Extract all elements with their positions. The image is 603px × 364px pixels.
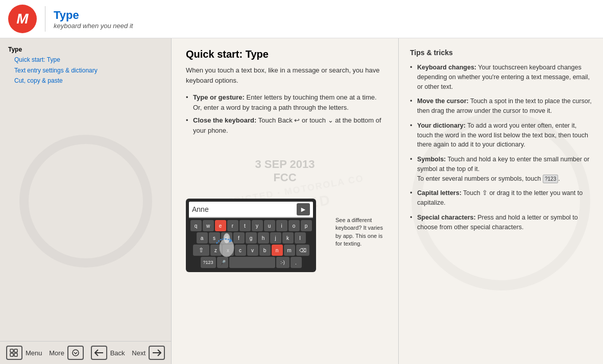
key-y[interactable]: y xyxy=(252,220,263,231)
tip-bold-2: Move the cursor: xyxy=(417,98,469,105)
page-title: Type xyxy=(54,9,133,22)
key-q[interactable]: q xyxy=(190,220,202,231)
key-e[interactable]: e xyxy=(215,220,226,231)
tip-bold-1: Keyboard changes: xyxy=(417,64,476,71)
key-sym[interactable]: ?123 xyxy=(201,257,216,268)
header-text: Type keyboard when you need it xyxy=(54,9,133,30)
key-t[interactable]: t xyxy=(239,220,251,231)
tips-list: Keyboard changes: Your touchscreen keybo… xyxy=(410,63,592,232)
key-x[interactable]: x xyxy=(223,245,234,256)
sidebar-item-text-entry[interactable]: Text entry settings & dictionary xyxy=(8,65,163,76)
menu-icon xyxy=(6,346,22,360)
key-g[interactable]: g xyxy=(246,232,257,244)
logo-letter: M xyxy=(16,11,28,27)
tip-bold-5: Capital letters: xyxy=(417,189,462,197)
header: M Type keyboard when you need it xyxy=(0,0,603,38)
kb-row-3: ⇧ z x c v b n m ⌫ xyxy=(189,245,313,256)
key-mic[interactable]: 🎤 xyxy=(217,257,228,268)
tip-text-4c: . xyxy=(558,175,560,182)
tip-text-4b: To enter several numbers or symbols, tou… xyxy=(417,175,543,182)
tip-item-keyboard-changes: Keyboard changes: Your touchscreen keybo… xyxy=(410,63,592,91)
key-r[interactable]: r xyxy=(227,220,238,231)
date-stamp-area: 3 SEP 2013 FCC xyxy=(186,142,384,195)
tip-item-capitals: Capital letters: Touch ⇧ or drag it to t… xyxy=(410,188,592,208)
key-space[interactable] xyxy=(229,257,275,268)
key-f[interactable]: f xyxy=(233,232,245,244)
bullet-bold-1: Type or gesture: xyxy=(193,93,245,101)
right-panel: Tips & tricks Keyboard changes: Your tou… xyxy=(399,38,603,364)
fcc-text: FCC xyxy=(186,171,384,184)
svg-rect-3 xyxy=(14,353,17,356)
kb-row-4: ?123 🎤 :-) . xyxy=(189,257,313,268)
more-label: More xyxy=(49,349,64,357)
bullet-item-2: Close the keyboard: Touch Back ↩ or touc… xyxy=(186,115,384,135)
key-a[interactable]: a xyxy=(197,232,208,244)
sym-box: ?123 xyxy=(543,175,558,183)
back-button[interactable]: Back xyxy=(91,346,125,360)
key-d[interactable]: d xyxy=(221,232,232,244)
main-content: Type Quick start: Type Text entry settin… xyxy=(0,38,603,364)
key-smiley[interactable]: :-) xyxy=(276,257,290,268)
key-p[interactable]: p xyxy=(301,220,312,231)
svg-rect-2 xyxy=(10,353,13,356)
keyboard-tooltip: See a different keyboard? It varies by a… xyxy=(335,216,387,248)
date-stamp: 3 SEP 2013 xyxy=(186,158,384,171)
next-label: Next xyxy=(132,349,146,357)
svg-rect-0 xyxy=(10,349,13,352)
header-divider xyxy=(45,6,45,32)
menu-label: Menu xyxy=(26,349,42,357)
motorola-logo: M xyxy=(8,5,37,33)
key-v[interactable]: v xyxy=(247,245,258,256)
keyboard-send-button[interactable]: ► xyxy=(297,203,310,215)
tip-bold-6: Special characters: xyxy=(417,214,476,221)
key-i[interactable]: i xyxy=(276,220,287,231)
key-s[interactable]: s xyxy=(209,232,220,244)
key-k[interactable]: k xyxy=(282,232,294,244)
next-button[interactable]: Next xyxy=(132,346,165,360)
tip-item-move-cursor: Move the cursor: Touch a spot in the tex… xyxy=(410,96,592,116)
key-m[interactable]: m xyxy=(284,245,295,256)
key-h[interactable]: h xyxy=(258,232,269,244)
svg-rect-1 xyxy=(14,349,17,352)
tips-title: Tips & tricks xyxy=(410,48,592,57)
sidebar-item-type[interactable]: Type xyxy=(8,44,163,55)
back-icon xyxy=(91,346,107,360)
bullet-item-1: Type or gesture: Enter letters by touchi… xyxy=(186,92,384,112)
key-period[interactable]: . xyxy=(291,257,302,268)
key-l[interactable]: l xyxy=(295,232,306,244)
key-z[interactable]: z xyxy=(210,245,222,256)
keyboard-container: Anne ► q w e r t y u i o p xyxy=(186,199,316,272)
key-u[interactable]: u xyxy=(264,220,275,231)
page-subtitle: keyboard when you need it xyxy=(54,22,133,30)
sidebar-bottom-nav: Menu More Back xyxy=(0,341,171,364)
keyboard-illustration: Anne ► q w e r t y u i o p xyxy=(186,199,384,272)
bullet-list: Type or gesture: Enter letters by touchi… xyxy=(186,92,384,135)
tip-item-dictionary: Your dictionary: To add a word you enter… xyxy=(410,121,592,150)
key-b[interactable]: b xyxy=(259,245,271,256)
key-j[interactable]: j xyxy=(270,232,281,244)
center-panel: RESTRICTED · MOTOROLA CO ENROLLED Quick … xyxy=(171,38,399,364)
tip-bold-4: Symbols: xyxy=(417,156,446,163)
keyboard-input-row: Anne ► xyxy=(189,202,313,218)
key-shift[interactable]: ⇧ xyxy=(193,245,209,256)
key-n[interactable]: n xyxy=(272,245,283,256)
sidebar-item-quickstart[interactable]: Quick start: Type xyxy=(8,55,163,65)
bullet-bold-2: Close the keyboard: xyxy=(193,116,256,124)
section-title: Quick start: Type xyxy=(186,48,384,60)
key-delete[interactable]: ⌫ xyxy=(296,245,309,256)
next-icon xyxy=(149,346,165,360)
key-c[interactable]: c xyxy=(235,245,246,256)
intro-text: When you touch a text box, like in a mes… xyxy=(186,65,384,85)
kb-row-2: a s d f g h j k l xyxy=(189,232,313,244)
svg-point-4 xyxy=(73,350,79,356)
kb-row-1: q w e r t y u i o p xyxy=(189,220,313,231)
sidebar-nav: Type Quick start: Type Text entry settin… xyxy=(8,44,163,86)
keyboard-input-text: Anne xyxy=(192,205,297,213)
menu-button[interactable]: Menu xyxy=(6,346,42,360)
key-o[interactable]: o xyxy=(288,220,300,231)
more-button[interactable]: More xyxy=(49,346,84,360)
tip-bold-3: Your dictionary: xyxy=(417,122,466,129)
back-label: Back xyxy=(110,349,125,357)
sidebar-item-cut-copy[interactable]: Cut, copy & paste xyxy=(8,76,163,86)
key-w[interactable]: w xyxy=(203,220,214,231)
